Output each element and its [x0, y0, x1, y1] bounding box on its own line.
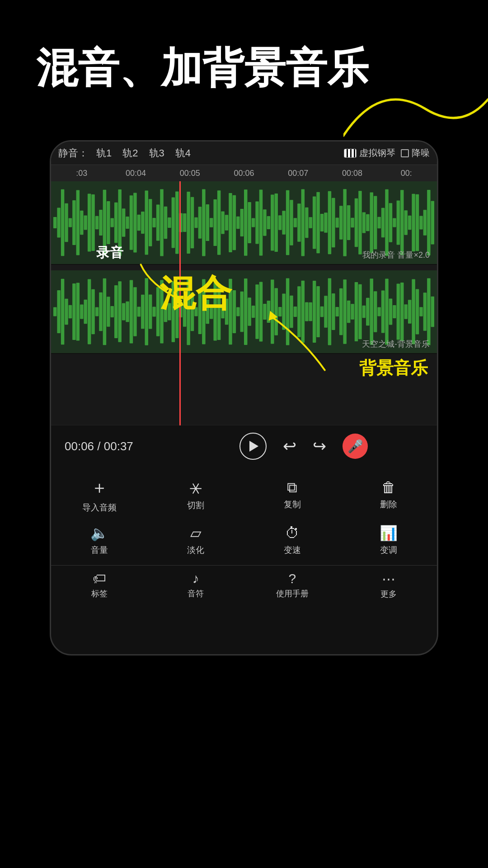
svg-rect-175 — [332, 293, 335, 330]
fade-btn[interactable]: ▱ 淡化 — [148, 519, 244, 561]
svg-rect-168 — [305, 302, 308, 321]
svg-rect-63 — [290, 200, 293, 245]
copy-btn[interactable]: ⧉ 复制 — [244, 471, 341, 519]
speed-icon: ⏱ — [285, 525, 300, 542]
track-4-btn[interactable]: 轨4 — [173, 146, 193, 161]
svg-rect-99 — [427, 190, 430, 255]
svg-rect-39 — [198, 207, 202, 238]
cut-icon: ⚹ — [189, 479, 202, 497]
svg-rect-154 — [252, 306, 255, 318]
redo-button[interactable]: ↪ — [313, 437, 326, 456]
speed-btn[interactable]: ⏱ 变速 — [244, 519, 341, 561]
import-audio-btn[interactable]: ＋ 导入音频 — [51, 471, 148, 519]
svg-rect-51 — [244, 189, 247, 256]
svg-rect-29 — [160, 189, 163, 256]
svg-rect-8 — [80, 211, 83, 235]
svg-rect-54 — [255, 202, 258, 244]
svg-rect-102 — [53, 307, 56, 316]
svg-rect-176 — [336, 307, 339, 316]
track-1-btn[interactable]: 轨1 — [94, 146, 114, 161]
svg-rect-18 — [118, 189, 121, 256]
svg-rect-148 — [229, 279, 232, 345]
svg-rect-53 — [252, 218, 255, 227]
svg-rect-50 — [240, 209, 244, 236]
svg-rect-47 — [229, 193, 232, 252]
svg-rect-59 — [275, 193, 278, 252]
svg-rect-160 — [275, 288, 278, 335]
svg-rect-20 — [126, 217, 129, 229]
svg-rect-66 — [301, 189, 305, 256]
svg-rect-172 — [320, 307, 324, 317]
svg-rect-32 — [172, 197, 175, 248]
svg-rect-93 — [404, 210, 408, 235]
svg-rect-37 — [191, 197, 194, 248]
svg-rect-195 — [408, 300, 411, 324]
svg-rect-139 — [194, 307, 197, 316]
svg-rect-87 — [381, 208, 385, 237]
svg-rect-36 — [187, 192, 190, 254]
svg-rect-70 — [316, 192, 319, 253]
svg-rect-115 — [103, 278, 106, 345]
svg-rect-128 — [152, 307, 155, 317]
svg-rect-132 — [168, 303, 171, 320]
record-button[interactable]: 🎤 — [343, 434, 368, 459]
denoise-btn[interactable]: 降噪 — [401, 147, 430, 159]
track-1-label: 我的录音 音量×2.0 — [362, 250, 430, 260]
nav-more[interactable]: ⋯ 更多 — [341, 566, 437, 603]
svg-rect-10 — [88, 194, 91, 252]
volume-btn[interactable]: 🔈 音量 — [51, 519, 148, 561]
pitch-icon: 📊 — [380, 524, 398, 542]
mic-icon: 🎤 — [347, 439, 363, 454]
pitch-btn[interactable]: 📊 变调 — [341, 519, 437, 561]
svg-rect-112 — [91, 289, 94, 334]
fade-icon: ▱ — [190, 524, 202, 542]
svg-rect-52 — [248, 202, 251, 243]
track-2-btn[interactable]: 轨2 — [120, 146, 141, 161]
svg-rect-116 — [107, 297, 110, 326]
svg-rect-95 — [412, 194, 415, 251]
svg-rect-88 — [385, 189, 388, 256]
play-icon — [249, 441, 258, 452]
svg-rect-28 — [156, 205, 160, 241]
tool-grid-row1: ＋ 导入音频 ⚹ 切割 ⧉ 复制 🗑 删除 — [51, 471, 437, 519]
svg-rect-161 — [278, 307, 282, 316]
svg-rect-189 — [385, 279, 388, 345]
track-3-btn[interactable]: 轨3 — [146, 146, 167, 161]
svg-rect-192 — [397, 283, 400, 340]
svg-rect-65 — [297, 203, 300, 241]
undo-button[interactable]: ↩ — [283, 437, 296, 456]
svg-rect-77 — [343, 189, 346, 256]
svg-rect-136 — [183, 297, 186, 326]
svg-rect-19 — [122, 208, 125, 236]
svg-rect-183 — [362, 306, 366, 318]
svg-rect-38 — [194, 217, 197, 228]
svg-rect-151 — [240, 292, 244, 332]
checkbox-icon — [401, 149, 409, 157]
svg-rect-107 — [72, 283, 75, 340]
svg-rect-190 — [389, 298, 392, 325]
svg-rect-138 — [191, 292, 194, 331]
svg-rect-118 — [114, 285, 117, 338]
track-2-label: 天空之城-背景音乐 — [362, 339, 430, 349]
svg-rect-129 — [156, 287, 160, 336]
play-button[interactable] — [239, 433, 267, 460]
svg-rect-13 — [99, 210, 102, 236]
svg-rect-92 — [400, 190, 404, 255]
svg-rect-144 — [213, 283, 216, 340]
nav-note[interactable]: ♪ 音符 — [148, 566, 244, 603]
svg-rect-31 — [168, 217, 171, 228]
svg-rect-130 — [160, 280, 163, 343]
svg-rect-42 — [210, 218, 213, 227]
svg-rect-14 — [103, 190, 106, 255]
delete-btn[interactable]: 🗑 删除 — [341, 471, 437, 519]
track-empty — [51, 354, 437, 425]
svg-rect-67 — [305, 208, 308, 238]
virtual-piano-btn[interactable]: 虚拟钢琴 — [344, 147, 395, 159]
bottom-nav: 🏷 标签 ♪ 音符 ? 使用手册 ⋯ 更多 — [51, 565, 437, 603]
svg-rect-201 — [431, 297, 434, 327]
cut-btn[interactable]: ⚹ 切割 — [148, 471, 244, 519]
svg-rect-96 — [416, 194, 419, 251]
nav-tag[interactable]: 🏷 标签 — [51, 566, 148, 603]
svg-rect-76 — [339, 206, 343, 240]
nav-manual[interactable]: ? 使用手册 — [244, 566, 341, 603]
